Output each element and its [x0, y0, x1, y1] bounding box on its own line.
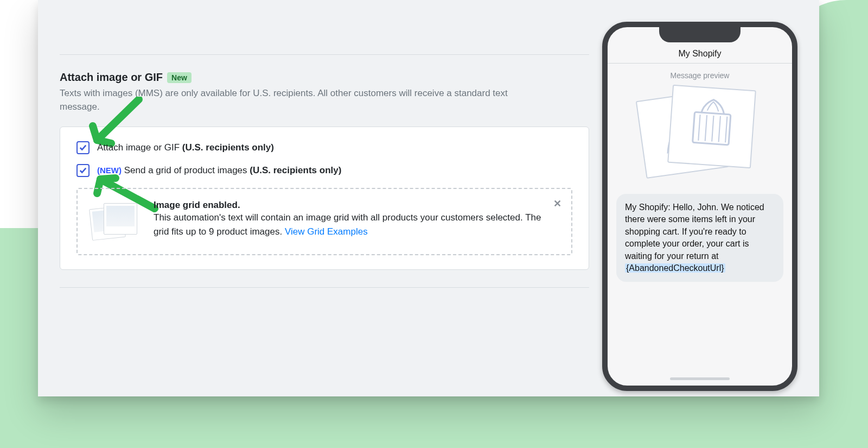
grid-label: (NEW) Send a grid of product images (U.S…	[97, 165, 341, 176]
grid-qualifier: (U.S. recipients only)	[250, 165, 341, 175]
phone-preview: My Shopify Message preview	[602, 22, 797, 391]
grid-new-tag: (NEW)	[97, 166, 122, 175]
attach-qualifier: (U.S. recipients only)	[182, 142, 274, 153]
new-badge: New	[167, 72, 192, 83]
home-indicator	[670, 377, 730, 380]
message-bubble: My Shopify: Hello, John. We noticed ther…	[616, 194, 783, 282]
message-placeholder-token: {AbandonedCheckoutUrl}	[625, 263, 725, 273]
attach-checkbox[interactable]	[76, 141, 90, 154]
phone-title: My Shopify	[608, 49, 792, 64]
section-title: Attach image or GIF	[60, 71, 163, 84]
phone-notch	[659, 27, 741, 42]
message-image-stack-icon	[637, 90, 762, 182]
settings-card: Attach image or GIF New Texts with image…	[38, 0, 819, 396]
grid-info-thumbnail-icon	[91, 200, 141, 243]
phone-subtitle: Message preview	[608, 71, 792, 80]
grid-info-body: Image grid enabled. This automation's te…	[154, 200, 558, 243]
left-column: Attach image or GIF New Texts with image…	[60, 22, 589, 375]
options-box: Attach image or GIF (U.S. recipients onl…	[60, 127, 589, 270]
check-icon	[79, 144, 87, 152]
message-text: My Shopify: Hello, John. We noticed ther…	[625, 203, 764, 261]
option-grid-row[interactable]: (NEW) Send a grid of product images (U.S…	[76, 164, 572, 177]
grid-label-text: Send a grid of product images	[124, 165, 247, 175]
attach-label-text: Attach image or GIF	[97, 142, 180, 153]
section-description: Texts with images (MMS) are only availab…	[60, 87, 537, 113]
check-icon	[79, 167, 87, 174]
grid-info-text: This automation's text will contain an i…	[154, 211, 558, 238]
view-grid-examples-link[interactable]: View Grid Examples	[285, 226, 368, 237]
stage: Attach image or GIF New Texts with image…	[0, 0, 868, 448]
planter-icon	[673, 89, 751, 150]
grid-checkbox[interactable]	[76, 164, 90, 177]
grid-info-panel: ✕ Image grid enabled. This automation's …	[76, 188, 572, 255]
divider-bottom	[60, 287, 589, 288]
right-column: My Shopify Message preview	[608, 22, 797, 375]
close-icon[interactable]: ✕	[553, 198, 561, 210]
grid-info-title: Image grid enabled.	[154, 200, 558, 211]
attach-label: Attach image or GIF (U.S. recipients onl…	[97, 142, 274, 153]
section-heading: Attach image or GIF New	[60, 71, 589, 84]
divider-top	[60, 54, 589, 55]
option-attach-row[interactable]: Attach image or GIF (U.S. recipients onl…	[76, 141, 572, 154]
